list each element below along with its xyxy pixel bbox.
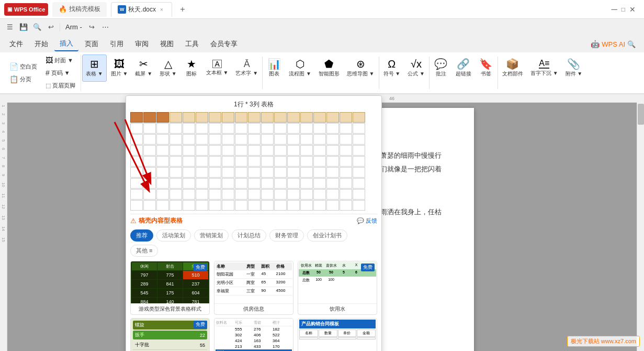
menu-reference[interactable]: 引用 [105,37,129,51]
template-card-contract[interactable]: 产品购销合同模板 名称 数量 单价 金额 企业合同 [298,318,377,351]
tc-2-18[interactable] [353,123,365,134]
table-cell-1-3[interactable] [156,112,169,123]
icon-btn[interactable]: ★ 图标 [181,54,202,82]
tag-finance[interactable]: 财务管理 [269,229,304,242]
tc-2-3[interactable] [156,123,169,134]
right-scrollbar[interactable] [637,103,644,351]
shape-btn[interactable]: △ 形状 ▼ [156,54,180,82]
maximize-btn[interactable]: □ [622,6,625,13]
tc-2-15[interactable] [313,123,326,134]
table-cell-1-12[interactable] [274,112,287,123]
scrollbar-thumb[interactable] [638,104,644,125]
template-card-tool[interactable]: 免费 螺旋42 扳手22 十字批55 [130,318,210,351]
dropcap-btn[interactable]: A≡ 首字下沉 ▼ [527,54,561,82]
table-cell-1-7[interactable] [209,112,221,123]
arttext-btn[interactable]: Ā 艺术字 ▼ [232,54,261,82]
template-tab[interactable]: 🔥 找稿壳模板 [52,2,107,17]
template-card-beverage[interactable]: 饮料名可乐雪碧橙汁 555276182 302406522 424163364 [214,318,293,351]
chart-btn[interactable]: 📊 图表 [264,54,285,82]
menu-file[interactable]: 文件 [4,37,28,51]
flowchart-btn[interactable]: ⬡ 流程图 ▼ [286,54,314,82]
cover-btn[interactable]: 🖼封面 ▼ [42,54,78,66]
header-footer-btn[interactable]: ⬚页眉页脚 [42,80,78,91]
more-btn[interactable]: ⋯ [100,21,111,33]
feedback-button[interactable]: 💬 反馈 [357,217,377,225]
tc-2-8[interactable] [222,123,234,134]
table-cell-1-4[interactable] [170,112,182,123]
table-cell-1-6[interactable] [196,112,208,123]
docpart-btn[interactable]: 📦 文档部件 [499,54,526,82]
doc-tab-close[interactable]: × [158,6,165,13]
close-btn[interactable]: ✕ [629,5,636,14]
table-cell-1-13[interactable] [287,112,300,123]
tc-2-12[interactable] [274,123,287,134]
table-cell-1-14[interactable] [300,112,313,123]
doc-tab[interactable]: W 秋天.docx × [111,2,172,17]
tc-2-5[interactable] [183,123,195,134]
wps-office-logo[interactable]: ▣ WPS Office [4,3,48,16]
table-cell-1-17[interactable] [340,112,352,123]
template-card-drink[interactable]: 免费 饮用水精装直饮水水X水 总数505056 总数100100 [298,261,377,315]
undo-icon[interactable]: ↩ [45,21,57,33]
menu-review[interactable]: 审阅 [130,37,154,51]
tc-2-4[interactable] [170,123,182,134]
menu-vip[interactable]: 会员专享 [205,37,243,51]
blank-page-btn[interactable]: 📄空白页 [6,61,40,72]
attachment-btn[interactable]: 📎 附件 ▼ [562,54,586,82]
textbox-btn[interactable]: A 文本框 ▼ [203,54,232,82]
table-cell-1-16[interactable] [326,112,339,123]
wps-ai-button[interactable]: 🤖 WPS AI 🔍 [586,38,640,50]
menu-tools[interactable]: 工具 [180,37,204,51]
tc-2-2[interactable] [143,123,156,134]
bookmark-btn[interactable]: 🔖 书签 [476,54,496,82]
page-break-btn[interactable]: 📋分页 [6,73,40,85]
mindmap-btn[interactable]: ⊛ 思维导图 ▼ [344,54,378,82]
formula-btn[interactable]: √x 公式 ▼ [404,54,428,82]
page-num-btn[interactable]: #页码 ▼ [42,67,78,79]
add-tab-button[interactable]: + [176,3,189,16]
table-cell-1-8[interactable] [222,112,234,123]
menu-start[interactable]: 开始 [29,37,53,51]
tag-plan[interactable]: 计划总结 [232,229,266,242]
menu-insert[interactable]: 插入 [54,37,78,51]
tag-startup[interactable]: 创业计划书 [307,229,347,242]
table-cell-1-18[interactable] [353,112,365,123]
save-btn[interactable]: 💾 [18,21,29,33]
table-btn[interactable]: ⊞ 表格 ▼ [82,54,107,82]
template-card-lodge[interactable]: 名称房型面积价格 朝阳花园一室452100 光明小区两室653200 幸福里三室… [214,261,293,315]
table-grid[interactable]: // Generate remaining rows inline via te… [130,112,377,211]
menu-page[interactable]: 页面 [80,37,104,51]
tc-2-16[interactable] [326,123,339,134]
search-btn[interactable]: 🔍 [31,21,43,33]
menu-icon[interactable]: ☰ [4,21,16,33]
menu-view[interactable]: 视图 [155,37,179,51]
tc-2-7[interactable] [209,123,221,134]
tc-2-17[interactable] [340,123,352,134]
table-cell-1-1[interactable] [130,112,143,123]
table-cell-1-9[interactable] [235,112,247,123]
tc-2-14[interactable] [300,123,313,134]
tc-2-10[interactable] [248,123,261,134]
symbol-btn[interactable]: Ω 符号 ▼ [380,54,404,82]
tc-2-1[interactable] [130,123,143,134]
tc-2-6[interactable] [196,123,208,134]
template-card-game[interactable]: 免费 休闲 射击 免费 797 775 510 289 841 237 545 … [130,261,210,315]
minimize-btn[interactable]: ─ [611,5,617,14]
tc-2-9[interactable] [235,123,247,134]
tag-recommended[interactable]: 推荐 [130,229,153,242]
image-btn[interactable]: 🖼 图片 ▼ [108,54,131,82]
table-cell-1-10[interactable] [248,112,261,123]
redo-btn[interactable]: ↪ [86,21,98,33]
comment-btn[interactable]: 💬 批注 [431,54,451,82]
table-selector-popup[interactable]: 1行 * 3列 表格 // Generate [126,95,382,351]
table-cell-1-15[interactable] [313,112,326,123]
tc-2-11[interactable] [261,123,274,134]
table-cell-1-11[interactable] [261,112,274,123]
screenshot-btn[interactable]: ✂ 截屏 ▼ [132,54,155,82]
tag-activity[interactable]: 活动策划 [156,229,191,242]
tc-2-13[interactable] [287,123,300,134]
tag-other[interactable]: 其他 ≡ [130,245,158,257]
hyperlink-btn[interactable]: 🔗 超链接 [453,54,474,82]
table-cell-1-5[interactable] [183,112,195,123]
smartshape-btn[interactable]: ⬟ 智能图形 [315,54,343,82]
